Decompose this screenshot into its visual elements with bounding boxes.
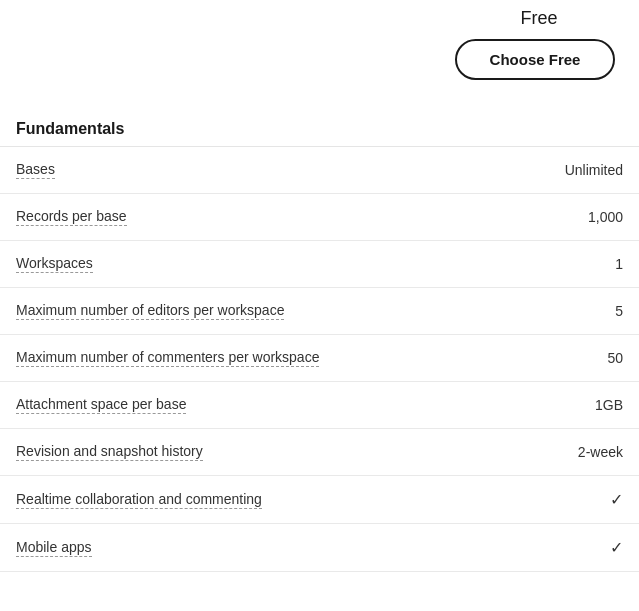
feature-value: ✓	[543, 538, 623, 557]
fundamentals-section-header: Fundamentals	[0, 104, 639, 147]
feature-label: Bases	[16, 161, 55, 179]
table-row: BasesUnlimited	[0, 147, 639, 194]
section-gap	[0, 572, 639, 604]
table-row: Realtime collaboration and commenting✓	[0, 476, 639, 524]
feature-label: Maximum number of editors per workspace	[16, 302, 284, 320]
table-row: Mobile apps✓	[0, 524, 639, 572]
feature-label: Mobile apps	[16, 539, 92, 557]
feature-value: Unlimited	[543, 162, 623, 178]
feature-label: Realtime collaboration and commenting	[16, 491, 262, 509]
views-section-header: Views	[0, 604, 639, 611]
feature-value: 50	[543, 350, 623, 366]
feature-value: 1GB	[543, 397, 623, 413]
table-row: Revision and snapshot history2-week	[0, 429, 639, 476]
plan-header: Free	[0, 0, 639, 29]
table-row: Attachment space per base1GB	[0, 382, 639, 429]
plan-title: Free	[479, 8, 599, 29]
table-row: Maximum number of commenters per workspa…	[0, 335, 639, 382]
feature-label: Attachment space per base	[16, 396, 186, 414]
feature-value: 2-week	[543, 444, 623, 460]
feature-label: Records per base	[16, 208, 127, 226]
feature-label: Maximum number of commenters per workspa…	[16, 349, 319, 367]
table-row: Workspaces1	[0, 241, 639, 288]
choose-btn-row: Choose Free	[0, 29, 639, 104]
feature-value: 1,000	[543, 209, 623, 225]
feature-label: Workspaces	[16, 255, 93, 273]
feature-value: 5	[543, 303, 623, 319]
feature-label: Revision and snapshot history	[16, 443, 203, 461]
feature-value: ✓	[543, 490, 623, 509]
fundamentals-rows: BasesUnlimitedRecords per base1,000Works…	[0, 147, 639, 572]
table-row: Records per base1,000	[0, 194, 639, 241]
fundamentals-label: Fundamentals	[16, 120, 124, 137]
feature-value: 1	[543, 256, 623, 272]
choose-free-button[interactable]: Choose Free	[455, 39, 615, 80]
pricing-page: Free Choose Free Fundamentals BasesUnlim…	[0, 0, 639, 611]
table-row: Maximum number of editors per workspace5	[0, 288, 639, 335]
